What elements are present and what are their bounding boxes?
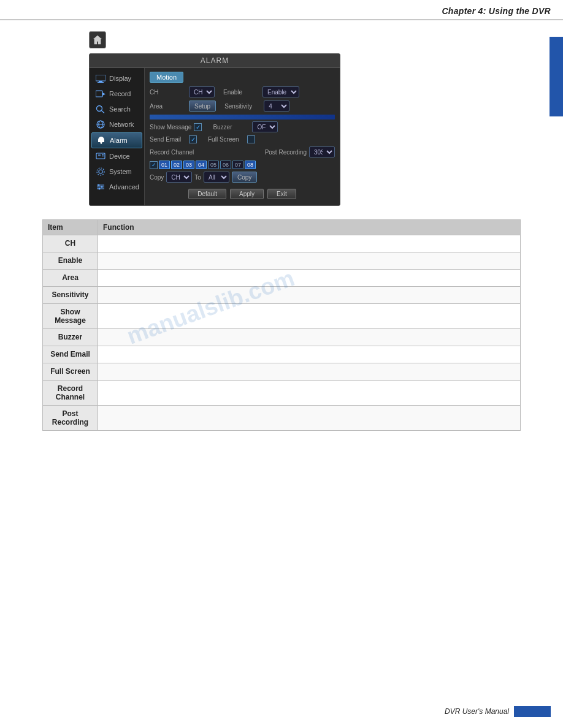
default-button[interactable]: Default xyxy=(188,189,226,199)
table-row: Record Channel xyxy=(43,381,521,406)
table-cell-item: Buzzer xyxy=(43,329,98,346)
channel-row: 01 02 03 04 05 06 07 08 xyxy=(150,161,335,169)
enable-select[interactable]: Enable xyxy=(262,86,299,97)
copy-to-select[interactable]: All xyxy=(204,172,229,183)
channel-07[interactable]: 07 xyxy=(232,161,243,169)
sidebar-item-display[interactable]: Display xyxy=(91,71,142,86)
channel-01[interactable]: 01 xyxy=(159,161,170,169)
channel-06[interactable]: 06 xyxy=(220,161,231,169)
svg-point-23 xyxy=(99,188,101,190)
chapter-title: Chapter 4: Using the DVR xyxy=(442,6,551,16)
copy-to-label: To xyxy=(194,174,201,181)
page-footer: DVR User's Manual xyxy=(445,706,551,717)
sidebar-item-network[interactable]: Network xyxy=(91,117,142,132)
home-icon[interactable] xyxy=(89,31,106,48)
footer-bar xyxy=(514,706,551,717)
apply-button[interactable]: Apply xyxy=(230,189,264,199)
form-row-record-post: Record Channel Post Recording 30S xyxy=(150,146,335,157)
table-cell-function xyxy=(98,346,521,363)
sidebar-item-record[interactable]: Record xyxy=(91,86,142,101)
motion-tab[interactable]: Motion xyxy=(150,72,183,83)
search-icon xyxy=(95,105,106,113)
table-cell-item: Full Screen xyxy=(43,363,98,381)
form-row-message-buzzer: Show Message Buzzer OFF xyxy=(150,121,335,132)
advanced-icon xyxy=(95,183,106,191)
table-cell-item: Post Recording xyxy=(43,406,98,431)
copy-ch-select[interactable]: CH1 xyxy=(166,172,192,183)
record-icon xyxy=(95,89,106,98)
dvr-dialog-wrapper: ALARM Display xyxy=(89,53,340,206)
buzzer-select[interactable]: OFF xyxy=(252,121,278,132)
table-cell-function xyxy=(98,381,521,406)
footer-text: DVR User's Manual xyxy=(445,707,509,716)
sidebar-label-search: Search xyxy=(109,105,131,113)
channel-02[interactable]: 02 xyxy=(171,161,182,169)
table-cell-item: Show Message xyxy=(43,304,98,329)
sidebar-item-search[interactable]: Search xyxy=(91,102,142,116)
svg-rect-2 xyxy=(98,82,104,83)
svg-point-5 xyxy=(97,106,102,112)
channel-08[interactable]: 08 xyxy=(245,161,256,169)
full-screen-checkbox[interactable] xyxy=(247,135,255,143)
channel-05[interactable]: 05 xyxy=(208,161,219,169)
alarm-icon xyxy=(96,136,107,145)
svg-rect-14 xyxy=(102,154,104,155)
svg-point-21 xyxy=(98,184,100,186)
table-cell-item: Sensitivity xyxy=(43,287,98,304)
sensitivity-label: Sensitivity xyxy=(224,103,261,110)
table-row: Show Message xyxy=(43,304,521,329)
full-screen-label: Full Screen xyxy=(208,136,245,143)
table-cell-item: Enable xyxy=(43,252,98,270)
dvr-dialog-body: Display Record xyxy=(90,68,340,205)
sidebar-label-device: Device xyxy=(109,153,130,160)
show-message-checkbox[interactable] xyxy=(194,123,202,131)
table-row: Full Screen xyxy=(43,363,521,381)
form-row-area-sensitivity: Area Setup Sensitivity 4 xyxy=(150,100,335,112)
form-row-email-fullscreen: Send Email Full Screen xyxy=(150,135,335,143)
table-row: Post Recording xyxy=(43,406,521,431)
table-cell-function xyxy=(98,287,521,304)
sidebar-item-alarm[interactable]: Alarm xyxy=(91,132,142,148)
svg-rect-13 xyxy=(98,154,101,156)
table-row: Enable xyxy=(43,252,521,270)
channel-03[interactable]: 03 xyxy=(183,161,194,169)
exit-button[interactable]: Exit xyxy=(267,189,296,199)
system-icon xyxy=(95,167,106,176)
sidebar-item-device[interactable]: Device xyxy=(91,149,142,164)
sidebar-item-advanced[interactable]: Advanced xyxy=(91,180,142,194)
enable-label: Enable xyxy=(223,89,260,96)
sensitivity-select[interactable]: 4 xyxy=(264,100,289,112)
table-cell-function xyxy=(98,235,521,252)
post-recording-select[interactable]: 30S xyxy=(309,146,335,157)
table-cell-function xyxy=(98,363,521,381)
table-row: Send Email xyxy=(43,346,521,363)
page-header: Chapter 4: Using the DVR xyxy=(0,0,563,20)
dvr-sidebar: Display Record xyxy=(90,68,145,205)
table-cell-item: Record Channel xyxy=(43,381,98,406)
dvr-dialog-title: ALARM xyxy=(90,54,340,68)
display-icon xyxy=(95,74,106,83)
send-email-checkbox[interactable] xyxy=(189,135,197,143)
sidebar-label-system: System xyxy=(109,168,132,175)
channel-all-checkbox[interactable] xyxy=(150,161,158,169)
sidebar-item-system[interactable]: System xyxy=(91,164,142,179)
side-tab xyxy=(550,37,563,116)
buzzer-label: Buzzer xyxy=(213,124,250,131)
table-cell-item: CH xyxy=(43,235,98,252)
table-row: Buzzer xyxy=(43,329,521,346)
ch-label: CH xyxy=(150,89,186,96)
dialog-buttons: Default Apply Exit xyxy=(150,186,335,202)
copy-button[interactable]: Copy xyxy=(232,172,257,183)
svg-rect-0 xyxy=(96,75,105,81)
network-icon xyxy=(95,120,106,129)
send-email-label: Send Email xyxy=(150,136,186,143)
svg-rect-1 xyxy=(99,81,102,82)
record-channel-label: Record Channel xyxy=(150,149,194,156)
table-cell-function xyxy=(98,329,521,346)
channel-04[interactable]: 04 xyxy=(196,161,207,169)
svg-rect-3 xyxy=(96,91,102,97)
setup-button[interactable]: Setup xyxy=(189,100,216,112)
table-cell-item: Area xyxy=(43,270,98,287)
ch-select[interactable]: CH1 xyxy=(189,86,215,97)
form-row-ch-enable: CH CH1 Enable Enable xyxy=(150,86,335,97)
